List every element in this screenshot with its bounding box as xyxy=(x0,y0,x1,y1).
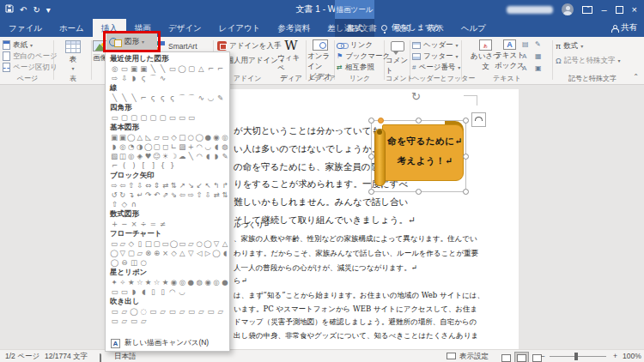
shape-icon[interactable]: △ xyxy=(197,64,206,73)
shape-icon[interactable]: ⇧ xyxy=(110,200,119,208)
text-tool-icon[interactable]: ▦ xyxy=(535,52,548,64)
maximize-button[interactable] xyxy=(616,6,623,14)
cover-page-button[interactable]: 表紙▾ xyxy=(3,39,52,51)
page-number-button[interactable]: #ページ番号▾ xyxy=(412,62,461,73)
comment-button[interactable]: コメント xyxy=(386,41,410,76)
shape-icon[interactable]: ◻ xyxy=(161,142,170,151)
shape-icon[interactable]: ◫ xyxy=(129,258,138,267)
shape-icon[interactable]: ▱ xyxy=(177,307,186,316)
get-addins-button[interactable]: アドインを入手 xyxy=(217,40,282,51)
shape-icon[interactable]: ◌ xyxy=(139,307,149,316)
shape-icon[interactable]: ☽ xyxy=(169,152,178,160)
shape-icon[interactable]: ○ xyxy=(139,258,149,267)
shape-icon[interactable]: ◯ xyxy=(204,239,212,248)
shape-icon[interactable]: ▣ xyxy=(139,64,149,73)
shape-icon[interactable]: ⇄ xyxy=(161,181,170,190)
shape-icon[interactable]: ◠ xyxy=(167,287,177,296)
shape-icon[interactable]: ▭ xyxy=(110,317,119,325)
shape-icon[interactable]: ▱ xyxy=(186,239,195,248)
shape-icon[interactable]: □ xyxy=(144,239,153,248)
zoom-slider-thumb[interactable] xyxy=(574,353,578,360)
shape-icon[interactable]: × xyxy=(129,220,138,228)
symbol-button[interactable]: Ω記号と特殊文字▾ xyxy=(556,55,629,66)
shape-icon[interactable]: ⇨ xyxy=(110,74,119,82)
shape-icon[interactable]: ◎ xyxy=(127,152,136,160)
shape-icon[interactable]: ↷ xyxy=(144,190,153,199)
share-button[interactable]: 共有 xyxy=(611,19,637,37)
shape-icon[interactable]: ∟ xyxy=(169,142,178,151)
shape-icon[interactable]: ⌐ xyxy=(110,161,119,170)
shape-icon[interactable]: } xyxy=(167,161,177,170)
ribbon-tab[interactable]: ヘルプ xyxy=(453,19,495,37)
display-settings-button[interactable]: 表示設定 xyxy=(447,350,489,362)
new-drawing-canvas-item[interactable]: A 新しい描画キャンバス(N) xyxy=(106,337,228,349)
shape-icon[interactable]: ◍ xyxy=(221,142,229,151)
read-mode-button[interactable] xyxy=(501,354,511,362)
shape-icon[interactable]: ◡ xyxy=(177,287,186,296)
horizontal-scroll-shape[interactable]: 命を守るために↵考えよう！↵ xyxy=(374,124,464,186)
close-button[interactable]: × xyxy=(632,0,637,19)
shape-icon[interactable]: ◇ xyxy=(127,239,136,248)
shape-icon[interactable]: ▢ xyxy=(158,113,167,122)
page-break-button[interactable]: ページ区切り xyxy=(3,62,52,73)
shape-icon[interactable]: ★ xyxy=(127,278,136,287)
shape-icon[interactable]: ▱ xyxy=(139,317,149,325)
shape-icon[interactable]: ◔ xyxy=(127,142,136,151)
shape-icon[interactable]: ↵ xyxy=(136,190,144,199)
shape-icon[interactable]: ▱ xyxy=(216,307,225,316)
shape-icon[interactable]: ◺ xyxy=(144,133,153,142)
zoom-in-button[interactable]: + xyxy=(613,350,617,362)
shape-icon[interactable]: ◯ xyxy=(110,249,118,257)
footer-button[interactable]: フッター▾ xyxy=(412,51,461,62)
shape-icon[interactable]: ▭ xyxy=(167,307,177,316)
shape-icon[interactable]: ● xyxy=(204,133,212,142)
text-tool-icon[interactable]: ▤ xyxy=(522,40,535,52)
zoom-out-button[interactable]: − xyxy=(541,350,545,362)
shape-icon[interactable]: ▨ xyxy=(178,142,186,151)
shape-icon[interactable]: ╲ xyxy=(186,152,195,160)
shape-icon[interactable]: ★ xyxy=(161,278,170,287)
resize-handle-top-right[interactable] xyxy=(463,118,469,124)
blank-page-button[interactable]: 空白のページ xyxy=(3,51,52,62)
shape-icon[interactable]: ◎ xyxy=(221,133,229,142)
shape-icon[interactable]: ▱ xyxy=(136,249,144,257)
shape-icon[interactable]: ◯ xyxy=(129,307,138,316)
shape-icon[interactable]: ╲ xyxy=(129,94,138,102)
shape-icon[interactable]: ☀ xyxy=(161,152,170,160)
collapse-ribbon-icon[interactable]: ⌃ xyxy=(633,73,639,81)
shape-icon[interactable]: ▭ xyxy=(149,307,158,316)
shape-icon[interactable]: ] xyxy=(149,161,158,170)
shape-icon[interactable]: ⇅ xyxy=(221,190,229,199)
shape-icon[interactable]: ◗ xyxy=(110,142,118,151)
shape-icon[interactable]: ◗ xyxy=(212,152,221,160)
shape-icon[interactable]: ◯ xyxy=(144,142,153,151)
shape-icon[interactable]: ↙ xyxy=(195,181,204,190)
shape-icon[interactable]: ∿ xyxy=(197,94,206,102)
shape-icon[interactable]: ∩ xyxy=(129,200,138,208)
equation-button[interactable]: π数式▾ xyxy=(556,40,629,51)
ribbon-tab[interactable]: デザイン xyxy=(160,19,210,37)
ribbon-tab[interactable]: レイアウト xyxy=(210,19,270,37)
shape-icon[interactable]: ♥ xyxy=(144,152,153,160)
shape-icon[interactable]: ↻ xyxy=(118,190,127,199)
ribbon-tab[interactable]: 参考資料 xyxy=(269,19,319,37)
tell-me-box[interactable]: 何をしますか xyxy=(381,19,441,37)
shape-icon[interactable]: ↴ xyxy=(127,190,136,199)
shape-icon[interactable]: ⇧ xyxy=(195,190,204,199)
shape-icon[interactable]: ⇧ xyxy=(127,181,136,190)
minimize-button[interactable]: – xyxy=(601,0,606,19)
shape-icon[interactable]: ς xyxy=(139,74,149,82)
wikipedia-button[interactable]: W ウィキペ ディア xyxy=(277,39,305,84)
shape-icon[interactable]: ▧ xyxy=(110,152,118,160)
shape-icon[interactable]: ↰ xyxy=(212,181,221,190)
shape-icon[interactable]: ▭ xyxy=(161,239,170,248)
shape-icon[interactable]: ◖ xyxy=(204,152,212,160)
shape-icon[interactable]: ▽ xyxy=(118,249,127,257)
shape-icon[interactable]: ⇨ xyxy=(186,190,195,199)
shape-icon[interactable]: ▷ xyxy=(204,249,212,257)
shape-icon[interactable]: ◍ xyxy=(195,278,204,287)
shape-icon[interactable]: ◖ xyxy=(212,142,221,151)
shape-icon[interactable]: ▭ xyxy=(110,287,119,296)
shape-icon[interactable]: ◎ xyxy=(212,278,221,287)
shape-icon[interactable]: ◎ xyxy=(110,64,119,73)
